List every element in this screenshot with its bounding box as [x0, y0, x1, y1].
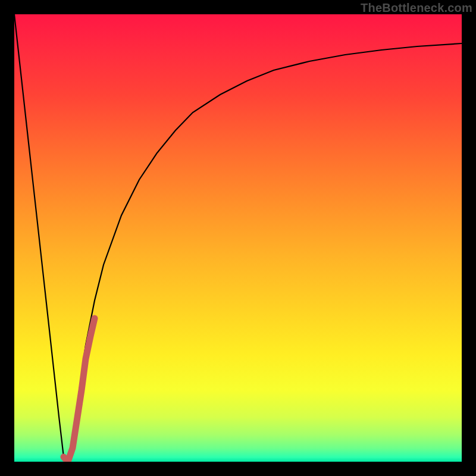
curve-layer [14, 14, 462, 462]
watermark-text: TheBottleneck.com [361, 1, 472, 15]
chart-frame: TheBottleneck.com [0, 0, 476, 476]
highlight-segment [64, 318, 95, 462]
plot-area [14, 14, 462, 462]
